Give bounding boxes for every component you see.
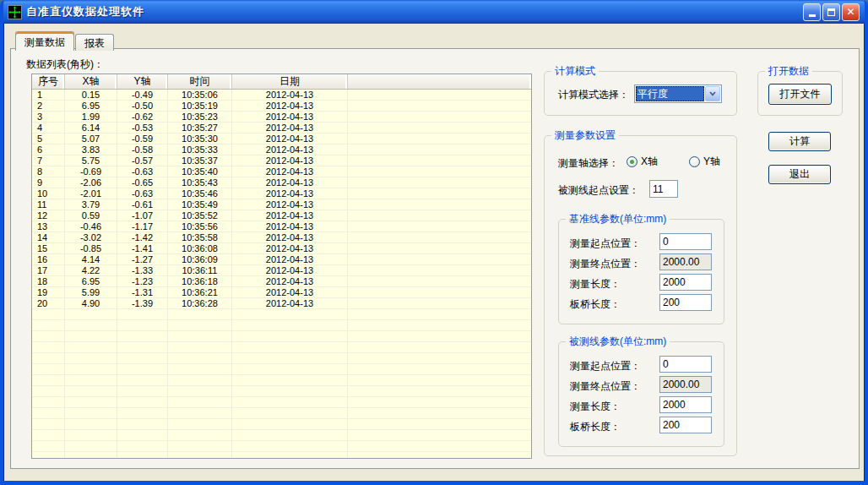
table-row[interactable]: 174.22-1.3310:36:112012-04-13 — [32, 265, 531, 276]
table-row[interactable]: 26.95-0.5010:35:192012-04-13 — [32, 101, 531, 112]
table-row[interactable]: 204.90-1.3910:36:282012-04-13 — [32, 298, 531, 309]
table-cell: 4.90 — [65, 298, 117, 309]
tab-measure-data[interactable]: 测量数据 — [15, 31, 74, 51]
table-cell: 11 — [32, 199, 65, 210]
table-cell — [168, 419, 232, 430]
table-cell — [117, 353, 168, 364]
chevron-down-icon[interactable] — [705, 86, 720, 101]
table-cell: 17 — [32, 265, 65, 276]
table-row[interactable]: 9-2.06-0.6510:35:432012-04-13 — [32, 177, 531, 188]
table-cell: 4 — [32, 123, 65, 134]
table-cell — [117, 320, 168, 331]
table-cell: -0.69 — [65, 166, 117, 177]
table-row-empty — [32, 408, 531, 419]
baseline-params-group: 基准线参数(单位:mm) 测量起点位置： 测量终点位置： 测量长度： 板桥长度： — [558, 219, 724, 324]
column-header[interactable]: 日期 — [232, 74, 348, 89]
bridge-length-label: 板桥长度： — [570, 420, 621, 434]
open-file-button[interactable]: 打开文件 — [768, 84, 832, 105]
radio-y-axis[interactable]: Y轴 — [689, 155, 720, 169]
table-cell: 10:36:28 — [168, 298, 232, 309]
table-cell — [32, 386, 65, 397]
table-row[interactable]: 195.99-1.3110:36:212012-04-13 — [32, 287, 531, 298]
table-cell — [117, 364, 168, 375]
table-row[interactable]: 14-3.02-1.4210:35:582012-04-13 — [32, 232, 531, 243]
calc-mode-select[interactable]: 平行度 — [634, 84, 722, 103]
table-cell: -0.61 — [117, 199, 168, 210]
table-cell: -0.63 — [117, 166, 168, 177]
table-cell: 10:35:19 — [168, 101, 232, 112]
table-cell: 5.07 — [65, 134, 117, 144]
table-row[interactable]: 120.59-1.0710:35:522012-04-13 — [32, 210, 531, 221]
calc-mode-group-title: 计算模式 — [551, 65, 599, 77]
table-row[interactable]: 10-2.01-0.6310:35:462012-04-13 — [32, 188, 531, 199]
table-cell: 10:35:33 — [168, 144, 232, 155]
table-row[interactable]: 113.79-0.6110:35:492012-04-13 — [32, 199, 531, 210]
table-cell — [117, 441, 168, 452]
table-cell — [65, 342, 117, 353]
crosshair-target-icon — [8, 5, 22, 19]
measured-start-input[interactable] — [659, 356, 712, 373]
table-cell: 10:35:40 — [168, 166, 232, 177]
table-cell: 10:35:37 — [168, 155, 232, 166]
exit-button[interactable]: 退出 — [768, 165, 831, 184]
close-button[interactable]: ✕ — [842, 3, 860, 21]
table-cell: -1.42 — [117, 232, 168, 243]
table-row[interactable]: 63.83-0.5810:35:332012-04-13 — [32, 144, 531, 155]
table-cell — [168, 320, 232, 331]
baseline-length-input[interactable] — [659, 274, 712, 291]
measure-start-label: 测量起点位置： — [570, 359, 641, 373]
measure-length-label: 测量长度： — [570, 400, 621, 414]
table-cell — [168, 353, 232, 364]
table-row[interactable]: 186.95-1.2310:36:182012-04-13 — [32, 276, 531, 287]
table-row[interactable]: 46.14-0.5310:35:272012-04-13 — [32, 123, 531, 134]
table-cell — [32, 441, 65, 452]
baseline-start-input[interactable] — [659, 233, 712, 250]
table-row[interactable]: 8-0.69-0.6310:35:402012-04-13 — [32, 166, 531, 177]
baseline-bridge-input[interactable] — [659, 294, 712, 311]
radio-x-axis[interactable]: X轴 — [627, 155, 658, 169]
table-row[interactable]: 55.07-0.5910:35:302012-04-13 — [32, 134, 531, 144]
table-row[interactable]: 75.75-0.5710:35:372012-04-13 — [32, 155, 531, 166]
measured-bridge-input[interactable] — [659, 417, 712, 433]
table-cell: -1.23 — [117, 276, 168, 287]
column-header[interactable]: Y轴 — [117, 74, 168, 89]
minimize-button[interactable] — [803, 3, 821, 21]
table-cell: 5.75 — [65, 155, 117, 166]
table-cell — [232, 441, 348, 452]
table-cell — [348, 309, 531, 320]
baseline-end-input[interactable] — [659, 253, 712, 270]
table-row[interactable]: 31.99-0.6210:35:232012-04-13 — [32, 112, 531, 123]
table-cell: -0.85 — [65, 243, 117, 254]
table-row[interactable]: 13-0.46-1.1710:35:562012-04-13 — [32, 221, 531, 232]
table-cell: -0.49 — [117, 90, 168, 101]
table-cell — [348, 144, 531, 155]
tab-report[interactable]: 报表 — [75, 34, 114, 51]
table-cell: 2 — [32, 101, 65, 112]
table-row-empty — [32, 441, 531, 452]
calc-mode-selected-value: 平行度 — [636, 86, 704, 101]
table-cell — [348, 276, 531, 287]
table-cell: 2012-04-13 — [232, 177, 348, 188]
table-cell: 4.22 — [65, 265, 117, 276]
measured-end-input[interactable] — [659, 376, 712, 393]
calculate-button[interactable]: 计算 — [768, 132, 831, 151]
table-cell: 16 — [32, 254, 65, 265]
table-cell: -0.62 — [117, 112, 168, 123]
measured-length-input[interactable] — [659, 396, 712, 413]
table-row[interactable]: 10.15-0.4910:35:062012-04-13 — [32, 90, 531, 101]
column-header[interactable]: X轴 — [65, 74, 117, 89]
table-cell — [232, 353, 348, 364]
start-point-input[interactable] — [649, 180, 678, 198]
table-cell — [168, 309, 232, 320]
maximize-button[interactable] — [822, 3, 840, 21]
column-header[interactable]: 时间 — [168, 74, 232, 89]
table-cell: 2012-04-13 — [232, 188, 348, 199]
table-row[interactable]: 15-0.85-1.4110:36:082012-04-13 — [32, 243, 531, 254]
column-header[interactable]: 序号 — [32, 74, 65, 89]
table-row[interactable]: 164.14-1.2710:36:092012-04-13 — [32, 254, 531, 265]
table-cell — [348, 199, 531, 210]
table-cell: 5.99 — [65, 287, 117, 298]
start-point-label: 被测线起点设置： — [558, 183, 639, 198]
table-cell — [348, 232, 531, 243]
table-cell: 18 — [32, 276, 65, 287]
